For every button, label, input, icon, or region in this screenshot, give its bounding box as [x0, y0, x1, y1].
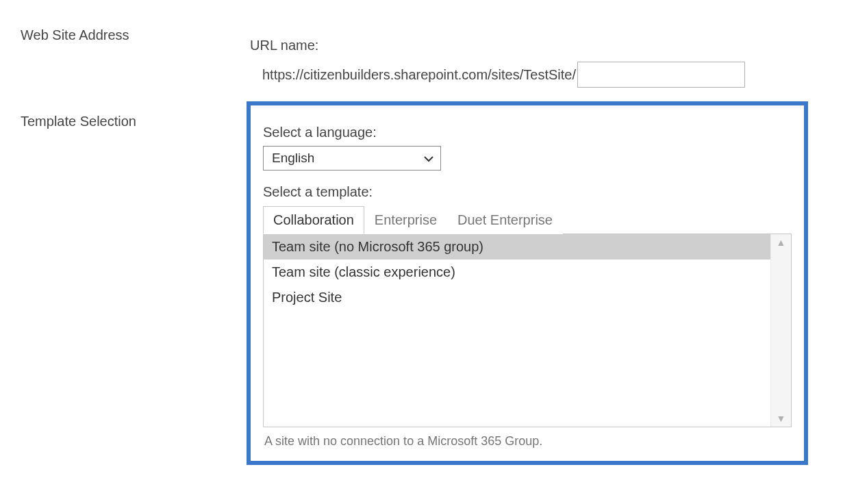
template-item-project-site[interactable]: Project Site — [264, 285, 770, 310]
template-tabs: Collaboration Enterprise Duet Enterprise — [263, 205, 792, 234]
template-item-team-site-classic[interactable]: Team site (classic experience) — [264, 260, 770, 285]
template-selection-highlight: Select a language: English Select a temp… — [247, 101, 808, 465]
select-language-label: Select a language: — [263, 125, 792, 140]
template-description: A site with no connection to a Microsoft… — [263, 434, 792, 449]
scroll-down-icon[interactable]: ▼ — [777, 413, 786, 424]
url-prefix-text: https://citizenbuilders.sharepoint.com/s… — [262, 67, 576, 83]
tab-collaboration[interactable]: Collaboration — [263, 206, 364, 234]
url-name-label: URL name: — [250, 38, 835, 53]
language-select[interactable]: English — [263, 146, 441, 171]
template-listbox[interactable]: Team site (no Microsoft 365 group) Team … — [263, 234, 792, 427]
template-item-team-site-no-group[interactable]: Team site (no Microsoft 365 group) — [264, 234, 770, 260]
template-items: Team site (no Microsoft 365 group) Team … — [264, 234, 770, 427]
url-name-input[interactable] — [577, 62, 745, 88]
language-select-value: English — [272, 151, 314, 165]
url-row: https://citizenbuilders.sharepoint.com/s… — [250, 62, 835, 88]
tab-enterprise[interactable]: Enterprise — [364, 206, 447, 234]
web-site-address-label: Web Site Address — [21, 21, 247, 43]
tab-duet-enterprise[interactable]: Duet Enterprise — [447, 206, 563, 234]
template-selection-label: Template Selection — [21, 101, 247, 129]
scroll-up-icon[interactable]: ▲ — [777, 237, 786, 248]
listbox-scrollbar[interactable]: ▲ ▼ — [770, 234, 791, 427]
select-template-label: Select a template: — [263, 184, 792, 200]
chevron-down-icon — [424, 151, 433, 166]
url-name-section: URL name: https://citizenbuilders.sharep… — [247, 21, 835, 88]
